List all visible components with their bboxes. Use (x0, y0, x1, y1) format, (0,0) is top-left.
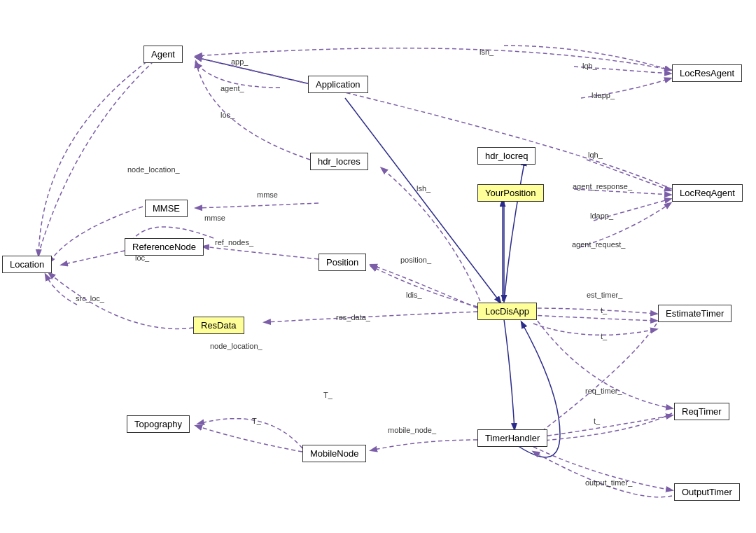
edges-svg (0, 0, 756, 533)
label-ref-nodes: ref_nodes_ (215, 238, 253, 247)
label-T2: T_ (252, 417, 261, 425)
label-t3: t_ (594, 417, 600, 425)
node-hdr-locres: hdr_locres (310, 153, 368, 170)
node-hdr-locreq: hdr_locreq (477, 147, 536, 165)
label-mmse1: mmse (257, 191, 278, 199)
label-ldapp1: ldapp_ (592, 91, 615, 99)
label-position: position_ (400, 256, 431, 264)
node-reqtimer: ReqTimer (674, 403, 729, 420)
node-agent: Agent (144, 46, 183, 63)
node-topography: Topography (127, 415, 190, 433)
label-loc: loc_ (220, 111, 234, 119)
label-t1: t_ (601, 306, 607, 314)
label-ldapp2: ldapp_ (590, 212, 613, 220)
label-req-timer: req_timer_ (585, 387, 622, 395)
node-location: Location (2, 256, 52, 273)
node-referencenode: ReferenceNode (125, 238, 204, 256)
node-yourposition: YourPosition (477, 184, 544, 202)
label-mmse2: mmse (204, 214, 225, 222)
node-mmse: MMSE (145, 200, 188, 217)
label-res-data: res_data_ (336, 313, 370, 321)
label-lqh2: lqh_ (588, 151, 603, 159)
node-resdata: ResData (193, 317, 244, 334)
label-mobile-node: mobile_node_ (388, 426, 436, 434)
label-agent: agent_ (220, 84, 244, 92)
label-agent-request: agent_request_ (572, 240, 625, 249)
label-T1: T_ (323, 391, 332, 399)
node-locreqagent: LocReqAgent (672, 184, 743, 202)
label-est-timer: est_timer_ (587, 291, 622, 299)
node-outputtimer: OutputTimer (674, 483, 740, 501)
node-timerhandler: TimerHandler (477, 429, 547, 447)
diagram-container: Agent Application hdr_locres MMSE Refere… (0, 0, 756, 533)
label-t2: t_ (601, 332, 607, 340)
label-node-location1: node_location_ (127, 165, 180, 174)
label-output-timer: output_timer_ (585, 478, 632, 487)
label-lsh1: lsh_ (479, 48, 493, 56)
label-src-loc: src_loc_ (76, 294, 104, 303)
label-app: app_ (231, 57, 248, 66)
node-locdisapp: LocDisApp (477, 303, 537, 320)
node-locresagent: LocResAgent (672, 64, 742, 82)
node-position: Position (318, 254, 366, 271)
label-lqh1: lqh_ (582, 62, 597, 70)
node-application: Application (308, 76, 368, 93)
label-lsh2: lsh_ (416, 184, 430, 193)
label-ldis: ldis_ (406, 291, 422, 299)
label-agent-response: agent_response_ (573, 182, 632, 191)
node-mobilenode: MobileNode (302, 445, 366, 462)
label-node-location2: node_location_ (210, 342, 262, 350)
node-estimatetimer: EstimateTimer (658, 305, 732, 322)
